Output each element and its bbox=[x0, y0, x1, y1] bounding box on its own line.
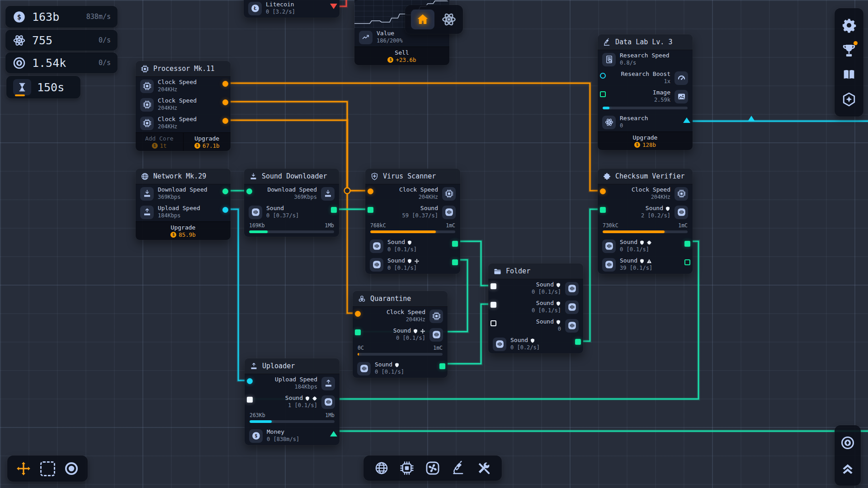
connector-output[interactable] bbox=[452, 241, 458, 247]
dollar-coin-icon: $ bbox=[194, 143, 200, 149]
connector-input[interactable] bbox=[491, 302, 496, 308]
puzzle-badge bbox=[312, 396, 317, 401]
connector-input[interactable] bbox=[368, 207, 373, 213]
node-checksum-verifier[interactable]: Checksum VerifierClock Speed204KHzSound2… bbox=[598, 169, 693, 274]
progress-fill bbox=[250, 420, 272, 423]
game-canvas[interactable]: Processor Mk.11Clock Speed204KHzClock Sp… bbox=[0, 0, 868, 488]
node-processor[interactable]: Processor Mk.11Clock Speed204KHzClock Sp… bbox=[136, 61, 231, 151]
row-text: Download Speed369Kbps bbox=[267, 186, 317, 201]
node-litecoin[interactable]: ŁLitecoin0 [3.2/s] bbox=[244, 0, 340, 18]
node-quarantine[interactable]: QuarantineClock Speed204KHzSound0 [0.1/s… bbox=[353, 291, 448, 378]
move-tool-button[interactable] bbox=[16, 461, 31, 476]
settings-atom-button[interactable] bbox=[441, 11, 457, 28]
achievements-button[interactable] bbox=[841, 42, 857, 58]
upgrade-button[interactable]: Upgrade$85.9b bbox=[136, 222, 231, 240]
connector-input[interactable] bbox=[368, 188, 373, 194]
row-text: Money0 [838m/s] bbox=[267, 428, 299, 443]
connector-input[interactable] bbox=[600, 207, 606, 213]
connector-output[interactable] bbox=[683, 117, 690, 123]
chip-icon bbox=[142, 81, 152, 91]
row-label: Research Boost bbox=[621, 70, 670, 78]
hardware-tab-button[interactable] bbox=[399, 460, 415, 476]
progress-track bbox=[250, 420, 335, 423]
select-box-icon bbox=[40, 461, 55, 476]
connector-input[interactable] bbox=[491, 283, 496, 289]
node-footer: Sell$+23.6b bbox=[354, 47, 449, 65]
network-tab-button[interactable] bbox=[374, 460, 389, 476]
home-button[interactable] bbox=[411, 9, 434, 29]
sell-button[interactable]: Sell$+23.6b bbox=[354, 47, 449, 65]
connector-output[interactable] bbox=[330, 4, 337, 9]
node-network[interactable]: Network Mk.29Download Speed369KbpsUpload… bbox=[136, 169, 231, 240]
button-price: $1t bbox=[152, 142, 167, 149]
circle-tool-button[interactable] bbox=[64, 461, 79, 476]
connector-output[interactable] bbox=[452, 259, 458, 265]
connector-input[interactable] bbox=[600, 91, 606, 97]
connector-input[interactable] bbox=[600, 188, 606, 194]
node-data-lab[interactable]: Data Lab Lv. 3Research Speed0.8/sResearc… bbox=[598, 34, 693, 150]
node-virus-scanner[interactable]: Virus ScannerClock Speed204KHzSound59 [0… bbox=[365, 169, 460, 274]
research-tab-button[interactable] bbox=[451, 460, 466, 476]
upgrade-button[interactable]: Upgrade$67.1b bbox=[183, 133, 231, 151]
row-value: 204KHz bbox=[158, 105, 197, 112]
wire-virus-folder1 bbox=[455, 241, 493, 286]
connector-output[interactable] bbox=[330, 431, 337, 436]
node-title: Checksum Verifier bbox=[615, 172, 685, 180]
connector-input[interactable] bbox=[246, 188, 252, 194]
add-core-button[interactable]: Add Core$1t bbox=[136, 133, 183, 151]
connector-output[interactable] bbox=[222, 207, 228, 213]
shield-icon bbox=[394, 362, 400, 368]
stat-timer: 150s bbox=[6, 76, 80, 99]
connector-output[interactable] bbox=[439, 363, 445, 369]
progress-labels: 768kC1mC bbox=[370, 222, 455, 229]
node-folder[interactable]: FolderSound0 [0.1/s]Sound0 [0.1/s]Sound0… bbox=[488, 263, 583, 353]
node-header: Network Mk.29 bbox=[136, 169, 231, 184]
money-icon: $ bbox=[251, 431, 261, 441]
connector-output[interactable] bbox=[222, 188, 228, 194]
connector-output[interactable] bbox=[222, 99, 228, 105]
row-icon-tile bbox=[321, 187, 335, 201]
shield-icon bbox=[665, 206, 670, 211]
row-label: Upload Speed bbox=[275, 376, 317, 384]
node-header: Processor Mk.11 bbox=[136, 61, 231, 77]
connector-output[interactable] bbox=[222, 118, 228, 124]
connector-output[interactable] bbox=[684, 241, 690, 247]
row-icon-tile bbox=[675, 71, 688, 85]
home-icon bbox=[415, 12, 430, 27]
node-sound-downloader[interactable]: Sound DownloaderDownload Speed369KbpsSou… bbox=[244, 169, 339, 237]
connector-input[interactable] bbox=[247, 378, 253, 384]
node-uploader[interactable]: UploaderUpload Speed184KbpsSound1 [0.1/s… bbox=[245, 358, 340, 445]
connector-input[interactable] bbox=[491, 320, 496, 326]
connector-input[interactable] bbox=[600, 73, 606, 79]
connector-input[interactable] bbox=[355, 329, 361, 335]
connector-output[interactable] bbox=[684, 259, 690, 265]
chip-icon bbox=[142, 118, 152, 128]
svg-text:$: $ bbox=[17, 13, 21, 21]
gear-icon bbox=[841, 18, 857, 33]
prestige-button[interactable] bbox=[840, 435, 855, 450]
connector-input[interactable] bbox=[247, 397, 253, 403]
badges-button[interactable] bbox=[841, 92, 857, 107]
connector-output[interactable] bbox=[222, 81, 228, 87]
shield-icon bbox=[305, 396, 310, 401]
row-value: 1x bbox=[621, 78, 670, 85]
upgrade-button[interactable]: Upgrade$128b bbox=[598, 132, 693, 150]
boost-button[interactable] bbox=[840, 460, 855, 476]
connector-input[interactable] bbox=[355, 311, 361, 317]
row-label: Research Speed bbox=[620, 52, 670, 60]
settings-button[interactable] bbox=[841, 18, 857, 33]
connector-output[interactable] bbox=[575, 339, 581, 345]
shield-icon bbox=[556, 319, 561, 325]
select-tool-button[interactable] bbox=[40, 461, 55, 476]
row-text: Clock Speed204KHz bbox=[387, 309, 425, 323]
encyclopedia-button[interactable] bbox=[841, 67, 857, 82]
sound-icon bbox=[251, 207, 260, 217]
tools-tab-button[interactable] bbox=[476, 460, 491, 476]
progress-track bbox=[370, 230, 455, 233]
connector-output[interactable] bbox=[331, 207, 337, 213]
cooling-tab-button[interactable] bbox=[425, 460, 440, 476]
hourglass-tile bbox=[13, 79, 31, 95]
row-value: 204KHz bbox=[387, 316, 425, 324]
sound-icon bbox=[372, 241, 382, 251]
row-text: Sound39 [0.1/s] bbox=[620, 257, 652, 272]
